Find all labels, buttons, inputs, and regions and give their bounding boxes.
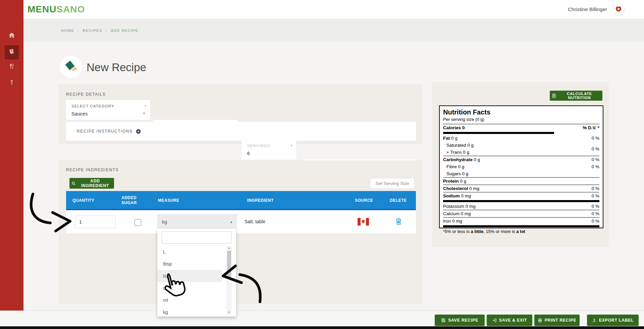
serving-size-line: Per serving size (0 g) <box>443 116 599 124</box>
plus-circle-icon <box>136 129 141 134</box>
calculate-nutrition-button[interactable]: CALCULATE NUTRITION <box>550 91 602 101</box>
breadcrumb-recipes[interactable]: RECIPES <box>83 29 102 33</box>
canada-flag-icon[interactable] <box>358 218 369 227</box>
carbohydrate-row: Carbohydrate 0 g 0 % <box>443 156 599 163</box>
add-instruction-button[interactable] <box>136 129 141 134</box>
measure-select[interactable]: kg ▲ <box>158 215 236 229</box>
menusano-app: MENUSANO Christine Billinger HOME › RECI… <box>0 0 644 329</box>
breadcrumb-separator: › <box>77 29 79 33</box>
add-ingredient-label: ADD INGREDIENT <box>78 179 112 188</box>
set-serving-size-button[interactable]: Set Serving Size <box>370 178 414 189</box>
save-exit-label: SAVE & EXIT <box>499 318 527 323</box>
saturated-trans-group: Saturated 0 g+ Trans 0 g 0 % <box>443 142 599 156</box>
recipe-instructions-label: RECIPE INSTRUCTIONS <box>77 129 133 134</box>
download-icon <box>592 318 597 323</box>
calories-divider <box>443 132 554 134</box>
breadcrumb-add-recipe: ADD RECIPE <box>111 29 138 33</box>
recipe-ingredients-label: RECIPE INGREDIENTS <box>66 168 119 172</box>
delete-trash-icon[interactable] <box>395 217 402 227</box>
scroll-down-icon[interactable]: ▼ <box>226 310 232 315</box>
set-serving-size-label: Set Serving Size <box>376 181 409 186</box>
calories-row: Calories 0 % D.V. * <box>443 124 599 131</box>
ingredient-table-row: kg ▲ Salt, table <box>66 210 416 233</box>
category-label: SELECT CATEGORY <box>71 104 146 108</box>
sidebar-item-menus[interactable] <box>0 60 23 75</box>
protein-row: Protein 0 g <box>443 178 599 185</box>
fibre-row: Fibre 0 g 0 % <box>443 163 599 170</box>
sodium-divider <box>443 200 599 202</box>
breadcrumb-bar: HOME › RECIPES › ADD RECIPE <box>23 19 644 42</box>
recipe-details-label: RECIPE DETAILS <box>66 92 106 97</box>
dropdown-scrollbar[interactable]: ▲ ▼ <box>226 246 232 315</box>
sidebar-item-home[interactable] <box>0 29 23 43</box>
calculator-icon <box>552 94 556 98</box>
user-name[interactable]: Christine Billinger <box>568 6 607 12</box>
col-quantity: QUANTITY <box>72 198 94 203</box>
recipe-ingredients-panel: RECIPE INGREDIENTS ADD INGREDIENT Set Se… <box>59 160 422 304</box>
nutrition-facts-label: Nutrition Facts Per serving size (0 g) C… <box>439 105 603 228</box>
measure-option-tbsp[interactable]: tbsp <box>157 258 222 270</box>
save-and-exit-button[interactable]: SAVE & EXIT <box>487 315 532 326</box>
print-icon <box>538 318 542 323</box>
print-recipe-label: PRINT RECIPE <box>545 318 577 323</box>
potassium-row: Potassium 0 mg0 % <box>443 203 599 210</box>
export-label-button[interactable]: EXPORT LABEL <box>587 315 639 326</box>
home-icon <box>8 32 15 40</box>
servings-field[interactable]: SERVINGS * 6 <box>242 140 296 159</box>
col-delete: DELETE <box>390 198 407 203</box>
chevron-up-icon: ▲ <box>230 220 233 224</box>
required-asterisk: * <box>145 104 146 109</box>
category-value[interactable]: Sauces <box>71 111 146 116</box>
dropdown-search-input[interactable] <box>162 231 231 244</box>
print-recipe-button[interactable]: PRINT RECIPE <box>534 315 580 326</box>
iron-row: Iron 0 mg0 % <box>443 218 599 225</box>
recipe-book-badge <box>60 55 83 78</box>
key-icon <box>9 79 15 87</box>
scrollbar-thumb[interactable] <box>227 251 231 279</box>
exit-icon <box>492 318 497 323</box>
measure-value: kg <box>162 219 167 225</box>
quantity-input[interactable] <box>75 216 116 228</box>
breadcrumb-home[interactable]: HOME <box>61 29 74 33</box>
recipe-book-icon <box>63 58 79 75</box>
added-sugar-checkbox[interactable] <box>135 219 141 226</box>
sidebar-item-recipes[interactable] <box>5 45 19 59</box>
recipes-book-icon <box>8 48 15 57</box>
user-avatar[interactable] <box>612 3 625 15</box>
save-recipe-button[interactable]: SAVE RECIPE <box>435 315 485 326</box>
cholesterol-row: Cholesterol 0 mg 0 % <box>443 185 599 192</box>
required-asterisk: * <box>290 144 292 149</box>
sodium-row: Sodium 0 mg 0 % <box>443 192 599 199</box>
menusano-logo[interactable]: MENUSANO <box>28 4 85 15</box>
add-ingredient-button[interactable]: ADD INGREDIENT <box>69 178 114 189</box>
measure-option-tsp[interactable]: tsp <box>157 270 222 282</box>
bottom-black-bar <box>0 326 644 329</box>
measure-option-ml[interactable]: ml <box>157 294 222 306</box>
top-header: MENUSANO Christine Billinger <box>23 0 644 19</box>
col-added-sugar: ADDED SUGAR <box>121 195 142 205</box>
dv-footnote: *5% or less is a little, 15% or more is … <box>443 228 599 235</box>
scroll-up-icon[interactable]: ▲ <box>226 246 232 250</box>
sidebar-item-account[interactable] <box>0 76 23 90</box>
category-select[interactable]: SELECT CATEGORY * Sauces ▼ <box>66 100 150 120</box>
nutrition-facts-title: Nutrition Facts <box>443 108 599 116</box>
search-icon <box>71 181 76 186</box>
col-measure: MEASURE <box>158 198 179 203</box>
ingredient-name: Salt, table <box>245 219 265 224</box>
sugars-row: Sugars 0 g <box>443 170 599 177</box>
nutrition-panel: CALCULATE NUTRITION Nutrition Facts Per … <box>432 82 608 247</box>
menus-utensils-icon <box>8 63 15 71</box>
chevron-down-icon: ▼ <box>143 112 146 115</box>
breadcrumb-separator: › <box>106 29 107 33</box>
measure-option-kg[interactable]: kg <box>157 306 222 317</box>
iron-divider <box>443 225 599 227</box>
fat-row: Fat 0 g 0 % <box>443 135 599 142</box>
servings-value[interactable]: 6 <box>247 151 291 156</box>
breadcrumb: HOME › RECIPES › ADD RECIPE <box>61 29 138 33</box>
save-icon <box>441 318 446 323</box>
measure-option-L[interactable]: L <box>157 246 222 258</box>
save-recipe-label: SAVE RECIPE <box>448 318 478 323</box>
measure-option-cup[interactable]: cup <box>157 282 222 294</box>
ingredients-table-header: QUANTITY ADDED SUGAR MEASURE INGREDIENT … <box>66 191 416 210</box>
sidebar <box>0 0 23 311</box>
